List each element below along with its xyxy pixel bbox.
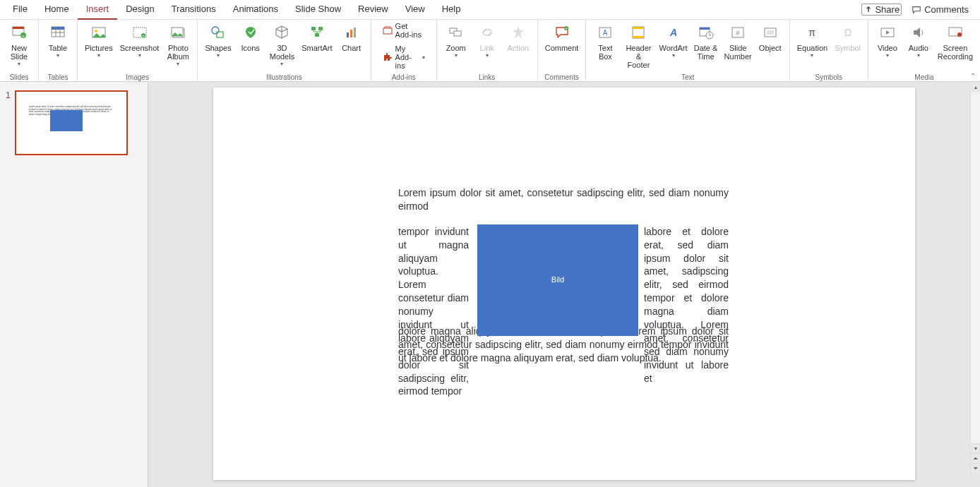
comments-button[interactable]: Comments — [912, 4, 969, 15]
chevron-down-icon: ▾ — [422, 54, 425, 61]
video-button[interactable]: Video ▾ — [873, 21, 902, 61]
tab-design[interactable]: Design — [117, 0, 162, 20]
collapse-ribbon-button[interactable]: ⌃ — [970, 72, 976, 80]
svg-text:Ω: Ω — [844, 27, 851, 38]
slide-canvas[interactable]: Lorem ipsum dolor sit amet, consetetur s… — [213, 88, 915, 480]
tabs-right: Share Comments — [861, 4, 976, 16]
new-slide-button[interactable]: + New Slide ▾ — [4, 21, 34, 69]
action-button[interactable]: Action — [503, 21, 533, 54]
group-slides: + New Slide ▾ Slides — [0, 20, 39, 82]
comment-button[interactable]: + Comment — [542, 21, 582, 54]
shapes-icon — [208, 23, 228, 42]
image-placeholder[interactable]: Bild — [477, 224, 638, 336]
svg-point-46 — [957, 32, 962, 37]
svg-rect-24 — [383, 28, 392, 34]
date-time-button[interactable]: Date & Time — [691, 21, 721, 62]
text-top-line: Lorem ipsum dolor sit amet, consetetur s… — [398, 186, 729, 213]
tab-file[interactable]: File — [4, 0, 36, 20]
chevron-down-icon: ▾ — [811, 53, 813, 59]
tab-home[interactable]: Home — [36, 0, 78, 20]
zoom-icon — [446, 23, 466, 42]
screen-recording-button[interactable]: Screen Recording — [935, 21, 976, 62]
action-icon — [508, 23, 528, 42]
workspace: 1 Lorem ipsum dolor sit amet consetetur … — [0, 82, 980, 487]
chevron-down-icon: ▾ — [280, 61, 283, 68]
screenshot-button[interactable]: + Screenshot ▾ — [117, 21, 162, 61]
tab-transitions[interactable]: Transitions — [163, 0, 225, 20]
pictures-button[interactable]: Pictures ▾ — [82, 21, 116, 61]
svg-rect-23 — [354, 28, 356, 37]
svg-rect-36 — [700, 28, 710, 30]
group-label-comments: Comments — [538, 73, 586, 81]
link-button[interactable]: Link ▾ — [472, 21, 502, 61]
wordart-button[interactable]: A WordArt ▾ — [657, 21, 689, 61]
svg-rect-20 — [315, 33, 319, 37]
scroll-track[interactable] — [971, 92, 980, 433]
object-button[interactable]: Object — [755, 21, 785, 54]
new-slide-icon: + — [9, 23, 29, 42]
next-slide-button[interactable]: ⏷ — [971, 463, 980, 473]
group-label-text: Text — [586, 73, 789, 81]
tab-review[interactable]: Review — [349, 0, 397, 20]
svg-text:A: A — [603, 29, 608, 37]
group-tables: Table ▾ Tables — [39, 20, 78, 82]
chevron-down-icon: ▾ — [455, 53, 458, 59]
get-addins-button[interactable]: Get Add-ins — [380, 20, 428, 40]
thumbnail-1[interactable]: 1 Lorem ipsum dolor sit amet consetetur … — [6, 90, 142, 155]
chart-button[interactable]: Chart — [337, 21, 366, 54]
tab-insert[interactable]: Insert — [78, 0, 118, 20]
svg-rect-18 — [311, 27, 316, 30]
chevron-down-icon: ▾ — [138, 53, 141, 59]
header-footer-button[interactable]: Header & Footer — [621, 21, 655, 71]
svg-text:+: + — [22, 34, 25, 38]
share-label: Share — [875, 4, 900, 15]
shapes-button[interactable]: Shapes ▾ — [202, 21, 234, 61]
table-button[interactable]: Table ▾ — [43, 21, 73, 61]
my-addins-button[interactable]: My Add-ins ▾ — [380, 43, 428, 71]
text-box-button[interactable]: A Text Box — [590, 21, 620, 62]
link-icon — [477, 23, 497, 42]
date-time-icon — [696, 23, 716, 42]
photo-album-button[interactable]: Photo Album ▾ — [163, 21, 193, 69]
slide-editor-area[interactable]: Lorem ipsum dolor sit amet, consetetur s… — [148, 82, 980, 487]
chevron-down-icon: ▾ — [672, 53, 675, 59]
audio-button[interactable]: Audio ▾ — [904, 21, 933, 61]
svg-text:A: A — [669, 27, 676, 38]
scroll-down-button[interactable]: ▾ — [971, 443, 980, 453]
equation-button[interactable]: π Equation ▾ — [794, 21, 830, 61]
screen-recording-icon — [945, 23, 965, 42]
group-images: Pictures ▾ + Screenshot ▾ Photo Album ▾ … — [78, 20, 198, 82]
zoom-button[interactable]: Zoom ▾ — [441, 21, 471, 61]
share-button[interactable]: Share — [861, 4, 902, 16]
svg-rect-33 — [633, 36, 644, 38]
chevron-down-icon: ▾ — [486, 53, 489, 59]
svg-rect-22 — [350, 30, 352, 37]
screenshot-icon: + — [130, 23, 150, 42]
3d-models-button[interactable]: 3D Models ▾ — [267, 21, 297, 69]
svg-point-10 — [95, 30, 97, 32]
tab-slideshow[interactable]: Slide Show — [287, 0, 349, 20]
prev-slide-button[interactable]: ⏶ — [971, 453, 980, 463]
vertical-scrollbar[interactable]: ▴ ▾ ⏶ ⏷ — [970, 82, 980, 473]
equation-icon: π — [802, 23, 822, 42]
icons-button[interactable]: Icons — [236, 21, 265, 54]
text-left-column: tempor invidunt ut magna aliquyam volupt… — [398, 225, 469, 399]
smartart-button[interactable]: SmartArt — [299, 21, 335, 54]
tab-view[interactable]: View — [397, 0, 434, 20]
chevron-down-icon: ▾ — [56, 53, 59, 59]
svg-point-16 — [212, 27, 219, 34]
photo-album-icon — [168, 23, 188, 42]
svg-text:#: # — [736, 30, 740, 37]
scroll-up-button[interactable]: ▴ — [971, 82, 980, 92]
tab-help[interactable]: Help — [434, 0, 470, 20]
table-icon — [48, 23, 68, 42]
slide-number-button[interactable]: # Slide Number — [722, 21, 754, 62]
group-comments: + Comment Comments — [538, 20, 587, 82]
symbol-button[interactable]: Ω Symbol — [832, 21, 864, 54]
svg-rect-41 — [767, 30, 774, 35]
tab-animations[interactable]: Animations — [225, 0, 287, 20]
wordart-icon: A — [664, 23, 683, 42]
chevron-down-icon: ▾ — [18, 61, 20, 68]
svg-rect-5 — [52, 27, 64, 30]
slide-thumbnails-pane: 1 Lorem ipsum dolor sit amet consetetur … — [0, 82, 148, 487]
